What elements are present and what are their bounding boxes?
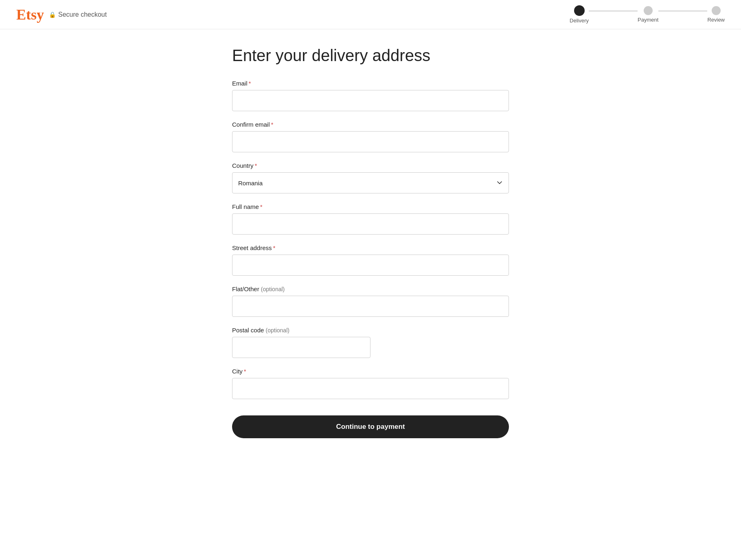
postal-code-input[interactable] (232, 337, 370, 358)
secure-checkout-label: 🔒 Secure checkout (49, 11, 107, 18)
step-dot-review (712, 6, 721, 15)
confirm-email-required-star: * (271, 121, 274, 128)
confirm-email-group: Confirm email* (232, 121, 509, 152)
page-title: Enter your delivery address (232, 46, 509, 65)
delivery-form: Email* Confirm email* Country* Romania U… (232, 80, 509, 438)
confirm-email-input[interactable] (232, 131, 509, 152)
country-required-star: * (255, 162, 257, 169)
step-line-2 (658, 11, 707, 11)
confirm-email-label: Confirm email* (232, 121, 509, 128)
full-name-required-star: * (260, 203, 263, 210)
country-label: Country* (232, 162, 509, 169)
site-header: Etsy 🔒 Secure checkout Delivery Payment … (0, 0, 741, 29)
full-name-input[interactable] (232, 213, 509, 235)
lock-icon: 🔒 (49, 11, 56, 18)
street-address-input[interactable] (232, 255, 509, 276)
city-group: City* (232, 368, 509, 399)
main-content: Enter your delivery address Email* Confi… (224, 29, 517, 463)
email-input[interactable] (232, 90, 509, 111)
email-group: Email* (232, 80, 509, 111)
postal-code-label: Postal code (optional) (232, 327, 509, 334)
step-label-review: Review (707, 17, 725, 23)
etsy-logo[interactable]: Etsy (16, 7, 44, 22)
step-delivery: Delivery (570, 5, 589, 24)
street-address-label: Street address* (232, 244, 509, 251)
flat-other-label: Flat/Other (optional) (232, 285, 509, 292)
full-name-group: Full name* (232, 203, 509, 235)
continue-to-payment-button[interactable]: Continue to payment (232, 415, 509, 438)
city-label: City* (232, 368, 509, 375)
street-address-required-star: * (273, 244, 276, 251)
postal-code-group: Postal code (optional) (232, 327, 509, 358)
step-label-payment: Payment (638, 17, 658, 23)
city-required-star: * (244, 368, 246, 375)
country-select[interactable]: Romania United States United Kingdom Ger… (232, 172, 509, 193)
step-dot-delivery (574, 5, 585, 16)
email-label: Email* (232, 80, 509, 87)
country-group: Country* Romania United States United Ki… (232, 162, 509, 193)
step-payment: Payment (638, 6, 658, 23)
step-label-delivery: Delivery (570, 18, 589, 24)
flat-other-group: Flat/Other (optional) (232, 285, 509, 317)
street-address-group: Street address* (232, 244, 509, 276)
secure-checkout-text: Secure checkout (58, 11, 107, 18)
step-dot-payment (644, 6, 653, 15)
email-required-star: * (249, 80, 251, 87)
flat-other-optional: (optional) (261, 286, 285, 292)
flat-other-input[interactable] (232, 296, 509, 317)
full-name-label: Full name* (232, 203, 509, 210)
step-review: Review (707, 6, 725, 23)
header-left: Etsy 🔒 Secure checkout (16, 7, 107, 22)
city-input[interactable] (232, 378, 509, 399)
step-line-1 (589, 11, 638, 11)
postal-code-optional: (optional) (266, 327, 289, 334)
progress-steps: Delivery Payment Review (570, 5, 725, 24)
